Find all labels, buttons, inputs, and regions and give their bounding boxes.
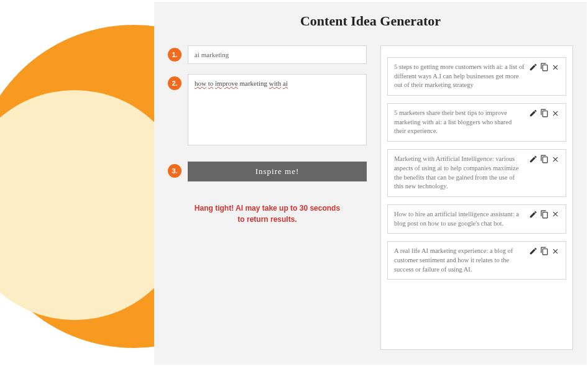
copy-icon[interactable] <box>540 210 549 219</box>
close-icon[interactable] <box>551 210 559 218</box>
result-text: A real life AI marketing experience: a b… <box>394 247 525 274</box>
result-card: How to hire an artificial intelligence a… <box>387 204 566 234</box>
edit-icon[interactable] <box>529 63 538 71</box>
result-text: 5 steps to getting more customers with a… <box>394 63 525 90</box>
step-3-badge: 3. <box>168 164 181 178</box>
results-column: 5 steps to getting more customers with a… <box>380 45 573 350</box>
status-message: Hang tight! AI may take up to 30 seconds… <box>168 203 367 225</box>
step-2-badge: 2. <box>168 76 181 90</box>
edit-icon[interactable] <box>529 155 538 163</box>
details-textarea[interactable]: how to improve marketing with ai <box>188 74 367 145</box>
step-3-row: 3. Inspire me! <box>168 162 367 181</box>
copy-icon[interactable] <box>540 63 549 71</box>
result-card: Marketing with Artificial Intelligence: … <box>387 149 566 197</box>
result-card: A real life AI marketing experience: a b… <box>387 241 566 280</box>
close-icon[interactable] <box>551 247 559 255</box>
inspire-button[interactable]: Inspire me! <box>188 162 367 181</box>
input-column: 1. 2. how to improve marketing with ai 3… <box>168 45 367 350</box>
status-line-1: Hang tight! AI may take up to 30 seconds <box>195 204 340 213</box>
edit-icon[interactable] <box>529 109 538 117</box>
result-card: 5 marketers share their best tips to imp… <box>387 103 566 142</box>
close-icon[interactable] <box>551 155 559 163</box>
topic-input[interactable] <box>188 45 367 64</box>
close-icon[interactable] <box>551 63 559 71</box>
result-text: Marketing with Artificial Intelligence: … <box>394 155 525 191</box>
step-2-row: 2. how to improve marketing with ai <box>168 74 367 145</box>
step-1-badge: 1. <box>168 48 181 62</box>
result-card: 5 steps to getting more customers with a… <box>387 57 566 96</box>
copy-icon[interactable] <box>540 109 549 117</box>
app-panel: Content Idea Generator 1. 2. how to impr… <box>154 2 587 365</box>
close-icon[interactable] <box>551 109 559 117</box>
edit-icon[interactable] <box>529 247 538 255</box>
result-text: How to hire an artificial intelligence a… <box>394 210 525 228</box>
copy-icon[interactable] <box>540 247 549 255</box>
page-title: Content Idea Generator <box>168 13 573 29</box>
status-line-2: to return results. <box>237 215 296 224</box>
step-1-row: 1. <box>168 45 367 64</box>
result-text: 5 marketers share their best tips to imp… <box>394 109 525 136</box>
copy-icon[interactable] <box>540 155 549 163</box>
edit-icon[interactable] <box>529 210 538 219</box>
